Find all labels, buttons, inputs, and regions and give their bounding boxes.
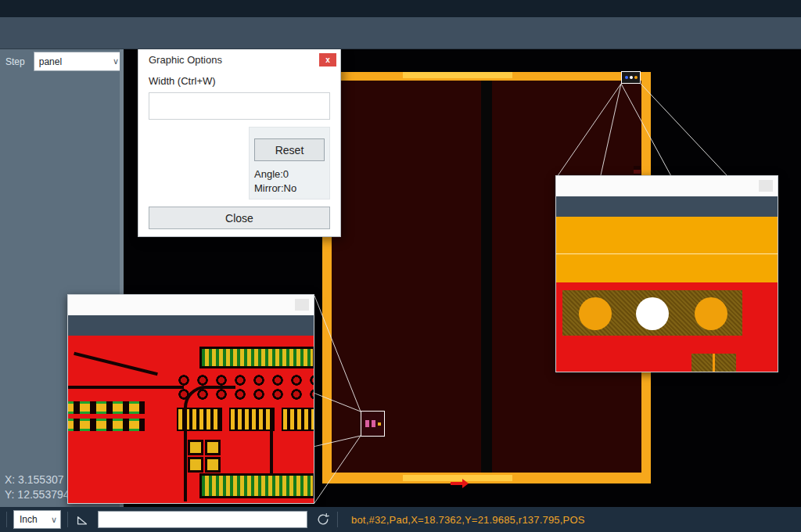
width-label: Width (Ctrl+W) [149, 75, 330, 87]
magnifier-toolbar [68, 315, 314, 336]
fiducial-dot-white [630, 76, 633, 79]
decor [378, 422, 381, 426]
mirror-readout: Mirror:No [254, 182, 325, 194]
window-button[interactable] [759, 180, 773, 192]
decor [190, 459, 201, 470]
selected-pad [365, 420, 369, 427]
panel-top-tab [403, 72, 512, 78]
option-checkbox-column [149, 127, 244, 200]
cursor-x: X: 3.155307 [5, 473, 70, 487]
transform-pane: Reset Angle:0 Mirror:No [249, 127, 330, 200]
chevron-down-icon: ∨ [51, 515, 57, 525]
step-row: Step panel ∨ [0, 49, 124, 74]
fiducial-dot-orange [634, 76, 638, 79]
cursor-y: Y: 12.553794 [5, 487, 70, 502]
main-toolbar [0, 17, 801, 49]
refresh-icon[interactable] [315, 512, 331, 527]
drill-pad-orange [695, 297, 727, 330]
magnifier-view-right [556, 217, 778, 372]
decor [68, 386, 184, 389]
panel-gutter [481, 81, 492, 473]
magnifier-title-bar[interactable] [68, 295, 314, 315]
decor [270, 430, 273, 475]
selection-callout-box [361, 411, 385, 437]
corner-snap-icon[interactable] [74, 512, 90, 527]
decor [207, 459, 218, 470]
decor [282, 408, 314, 431]
panel-direction-arrow [451, 482, 462, 485]
decor [190, 442, 201, 453]
divider [6, 512, 7, 527]
reset-button[interactable]: Reset [254, 138, 325, 161]
panel-bottom-tab [403, 475, 512, 481]
unit-value: Inch [20, 514, 38, 525]
decor [199, 347, 314, 368]
fill-mode-radio-group [149, 92, 330, 120]
decor [68, 401, 145, 414]
chevron-down-icon: ∨ [113, 56, 119, 66]
dialog-close-icon[interactable]: x [319, 53, 336, 66]
magnifier-view-left [68, 336, 314, 503]
step-value: panel [39, 56, 62, 67]
magnifier-window-right[interactable] [555, 175, 778, 372]
cursor-coordinates: X: 3.155307 Y: 12.553794 [5, 473, 70, 502]
command-input[interactable] [98, 511, 307, 528]
decor [713, 354, 715, 372]
magnifier-window-left[interactable] [67, 294, 314, 504]
menu-bar [0, 0, 801, 17]
drill-pad-white [636, 297, 669, 330]
selected-pad [372, 420, 375, 427]
divider [67, 512, 68, 527]
window-button[interactable] [295, 299, 309, 311]
decor [556, 253, 778, 254]
selection-info: bot,#32,Pad,X=18.7362,Y=21.9685,r137.795… [351, 514, 585, 526]
magnifier-toolbar [556, 196, 778, 217]
divider [337, 512, 338, 527]
decor [74, 352, 158, 376]
cam-viewer-app: Graphic Options x Width (Ctrl+W) Reset A… [0, 0, 801, 532]
close-button[interactable]: Close [149, 207, 330, 229]
drill-pad-orange [579, 297, 612, 330]
graphic-options-dialog: Graphic Options x Width (Ctrl+W) Reset A… [138, 49, 341, 237]
magnifier-title-bar[interactable] [556, 176, 778, 196]
decor [556, 217, 778, 282]
status-bar: Inch ∨ bot,#32,Pad,X=18.7362,Y=21.9685,r… [0, 507, 801, 532]
angle-readout: Angle:0 [254, 168, 325, 180]
unit-select[interactable]: Inch ∨ [13, 510, 61, 529]
decor [68, 419, 145, 431]
step-select[interactable]: panel ∨ [34, 52, 124, 71]
fiducial-callout-box [621, 71, 641, 84]
fiducial-dot-blue [625, 76, 628, 79]
dialog-title: Graphic Options [138, 49, 340, 70]
decor [207, 442, 218, 453]
decor [229, 408, 275, 431]
step-label: Step [5, 56, 34, 67]
